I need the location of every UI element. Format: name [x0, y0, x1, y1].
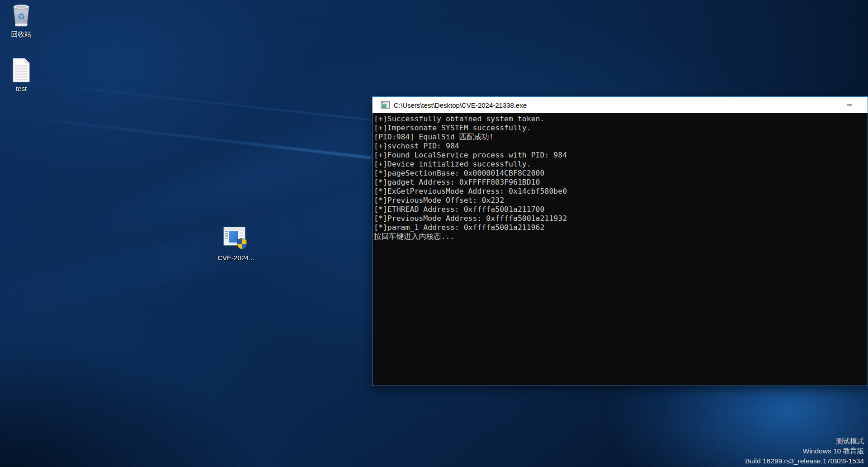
console-line: [PID:984] EqualSid 匹配成功! — [374, 133, 867, 142]
console-window: C:\Users\test\Desktop\CVE-2024-21338.exe… — [372, 96, 868, 386]
console-line: [*]ETHREAD Address: 0xffffa5001a211700 — [374, 205, 867, 214]
application-uac-shield-icon — [222, 226, 250, 252]
console-line: [*]ExGetPreviousMode Address: 0x14cbf580… — [374, 187, 867, 196]
watermark-line-test-mode: 测试模式 — [745, 437, 864, 445]
console-line: [+]svchost PID: 984 — [374, 142, 867, 151]
cve-exe-label: CVE-2024... — [217, 254, 255, 262]
console-line: [*]param_1 Address: 0xffffa5001a211962 — [374, 223, 867, 232]
svg-text:♻: ♻ — [17, 11, 25, 21]
wallpaper-light-beam — [0, 186, 395, 330]
watermark-line-edition: Windows 10 教育版 — [745, 447, 864, 455]
console-line: [+]Found LocalService process with PID: … — [374, 151, 867, 160]
console-line: [*]pageSectionBase: 0x0000014CBF8C2000 — [374, 169, 867, 178]
console-line: [*]PreviousMode Address: 0xffffa5001a211… — [374, 214, 867, 223]
desktop-icon-recycle-bin[interactable]: ♻ 回收站 — [1, 3, 42, 38]
console-line: [*]gadget Address: 0xFFFFF803F961BD10 — [374, 178, 867, 187]
cmd-window-icon[interactable] — [381, 101, 390, 109]
minimize-icon — [847, 105, 852, 105]
desktop: { "icons": { "recycle": { "label": "回收站"… — [0, 0, 868, 467]
console-line: [+]Device initialized successfully. — [374, 160, 867, 169]
watermark-line-build: Build 16299.rs3_release.170928-1534 — [745, 457, 864, 465]
console-output[interactable]: [+]Successfully obtained system token. [… — [373, 113, 868, 386]
console-line: [*]PreviousMode Offset: 0x232 — [374, 196, 867, 205]
console-titlebar[interactable]: C:\Users\test\Desktop\CVE-2024-21338.exe — [373, 97, 868, 113]
console-window-title: C:\Users\test\Desktop\CVE-2024-21338.exe — [394, 101, 527, 109]
console-line: 按回车键进入内核态... — [374, 232, 867, 241]
desktop-icon-test-file[interactable]: test — [1, 57, 42, 92]
console-line: [+]Successfully obtained system token. — [374, 114, 867, 124]
console-line: [+]Impersonate SYSTEM successfully. — [374, 124, 867, 133]
desktop-icon-cve-exe[interactable]: CVE-2024... — [216, 226, 256, 262]
text-document-icon — [12, 57, 31, 82]
recycle-bin-label: 回收站 — [11, 30, 32, 38]
test-file-label: test — [16, 85, 27, 92]
windows-build-watermark: 测试模式 Windows 10 教育版 Build 16299.rs3_rele… — [745, 435, 864, 465]
recycle-bin-icon: ♻ — [9, 3, 33, 28]
minimize-button[interactable] — [839, 97, 859, 113]
